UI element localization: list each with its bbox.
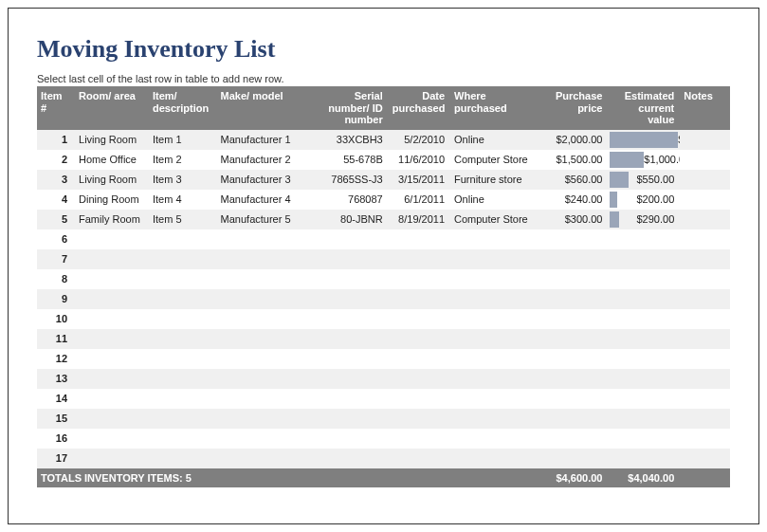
cell-desc[interactable]: Item 1 bbox=[149, 130, 217, 150]
cell-ecv[interactable] bbox=[608, 449, 680, 468]
cell-desc[interactable]: Item 2 bbox=[149, 150, 217, 170]
cell-price[interactable] bbox=[542, 449, 609, 468]
cell-item-no[interactable]: 16 bbox=[37, 429, 75, 449]
cell-desc[interactable] bbox=[149, 289, 217, 309]
cell-ecv[interactable] bbox=[608, 329, 680, 349]
cell-where[interactable] bbox=[450, 389, 542, 409]
cell-desc[interactable] bbox=[149, 229, 217, 249]
cell-make[interactable] bbox=[217, 229, 307, 249]
cell-make[interactable]: Manufacturer 3 bbox=[217, 170, 307, 190]
cell-date[interactable]: 6/1/2011 bbox=[389, 190, 450, 210]
cell-price[interactable]: $300.00 bbox=[542, 210, 609, 229]
cell-make[interactable]: Manufacturer 2 bbox=[217, 150, 307, 170]
cell-make[interactable] bbox=[217, 389, 307, 409]
cell-room[interactable]: Living Room bbox=[75, 170, 149, 190]
cell-desc[interactable] bbox=[149, 309, 217, 329]
cell-item-no[interactable]: 3 bbox=[37, 170, 75, 190]
cell-make[interactable] bbox=[217, 369, 307, 389]
cell-ecv[interactable] bbox=[608, 349, 680, 369]
table-row[interactable]: 16 bbox=[37, 429, 730, 449]
table-row[interactable]: 11 bbox=[37, 329, 730, 349]
cell-notes[interactable] bbox=[680, 329, 730, 349]
cell-make[interactable] bbox=[217, 409, 307, 429]
cell-ecv[interactable]: $1,000.00 bbox=[608, 150, 680, 170]
cell-price[interactable]: $1,500.00 bbox=[542, 150, 609, 170]
cell-serial[interactable] bbox=[306, 449, 388, 468]
cell-serial[interactable] bbox=[306, 349, 388, 369]
cell-date[interactable] bbox=[389, 329, 450, 349]
cell-notes[interactable] bbox=[680, 210, 730, 229]
cell-item-no[interactable]: 17 bbox=[37, 449, 75, 468]
cell-room[interactable]: Home Office bbox=[75, 150, 149, 170]
cell-where[interactable]: Computer Store bbox=[450, 210, 542, 229]
cell-item-no[interactable]: 7 bbox=[37, 249, 75, 269]
cell-ecv[interactable] bbox=[608, 389, 680, 409]
cell-room[interactable] bbox=[75, 349, 149, 369]
cell-serial[interactable]: 7865SS-J3 bbox=[306, 170, 388, 190]
cell-item-no[interactable]: 2 bbox=[37, 150, 75, 170]
cell-price[interactable] bbox=[542, 389, 609, 409]
table-row[interactable]: 5Family RoomItem 5Manufacturer 580-JBNR8… bbox=[37, 210, 730, 229]
cell-make[interactable] bbox=[217, 329, 307, 349]
cell-notes[interactable] bbox=[680, 190, 730, 210]
cell-date[interactable] bbox=[389, 349, 450, 369]
cell-make[interactable] bbox=[217, 429, 307, 449]
table-row[interactable]: 14 bbox=[37, 389, 730, 409]
cell-date[interactable] bbox=[389, 429, 450, 449]
cell-serial[interactable] bbox=[306, 269, 388, 289]
cell-where[interactable]: Online bbox=[450, 190, 542, 210]
cell-room[interactable] bbox=[75, 409, 149, 429]
cell-desc[interactable] bbox=[149, 269, 217, 289]
cell-notes[interactable] bbox=[680, 449, 730, 468]
cell-ecv[interactable]: $550.00 bbox=[608, 170, 680, 190]
cell-notes[interactable] bbox=[680, 269, 730, 289]
cell-make[interactable]: Manufacturer 5 bbox=[217, 210, 307, 229]
cell-price[interactable] bbox=[542, 289, 609, 309]
cell-ecv[interactable] bbox=[608, 269, 680, 289]
cell-serial[interactable]: 80-JBNR bbox=[306, 210, 388, 229]
cell-ecv[interactable]: $2,000.00 bbox=[608, 130, 680, 150]
cell-desc[interactable] bbox=[149, 409, 217, 429]
cell-ecv[interactable] bbox=[608, 309, 680, 329]
table-row[interactable]: 12 bbox=[37, 349, 730, 369]
cell-item-no[interactable]: 5 bbox=[37, 210, 75, 229]
cell-notes[interactable] bbox=[680, 130, 730, 150]
table-row[interactable]: 2Home OfficeItem 2Manufacturer 255-678B1… bbox=[37, 150, 730, 170]
table-row[interactable]: 10 bbox=[37, 309, 730, 329]
cell-serial[interactable] bbox=[306, 249, 388, 269]
cell-serial[interactable] bbox=[306, 229, 388, 249]
cell-notes[interactable] bbox=[680, 249, 730, 269]
cell-notes[interactable] bbox=[680, 170, 730, 190]
cell-room[interactable] bbox=[75, 429, 149, 449]
table-row[interactable]: 4Dining RoomItem 4Manufacturer 47680876/… bbox=[37, 190, 730, 210]
cell-price[interactable] bbox=[542, 269, 609, 289]
cell-date[interactable] bbox=[389, 369, 450, 389]
cell-date[interactable] bbox=[389, 249, 450, 269]
cell-date[interactable]: 5/2/2010 bbox=[389, 130, 450, 150]
cell-make[interactable] bbox=[217, 309, 307, 329]
cell-desc[interactable] bbox=[149, 349, 217, 369]
cell-item-no[interactable]: 1 bbox=[37, 130, 75, 150]
cell-notes[interactable] bbox=[680, 289, 730, 309]
cell-date[interactable] bbox=[389, 389, 450, 409]
cell-date[interactable]: 3/15/2011 bbox=[389, 170, 450, 190]
cell-desc[interactable] bbox=[149, 389, 217, 409]
cell-item-no[interactable]: 10 bbox=[37, 309, 75, 329]
cell-notes[interactable] bbox=[680, 369, 730, 389]
cell-price[interactable] bbox=[542, 329, 609, 349]
cell-item-no[interactable]: 8 bbox=[37, 269, 75, 289]
table-row[interactable]: 3Living RoomItem 3Manufacturer 37865SS-J… bbox=[37, 170, 730, 190]
cell-where[interactable] bbox=[450, 229, 542, 249]
cell-desc[interactable] bbox=[149, 369, 217, 389]
cell-where[interactable]: Computer Store bbox=[450, 150, 542, 170]
cell-where[interactable] bbox=[450, 269, 542, 289]
cell-price[interactable]: $2,000.00 bbox=[542, 130, 609, 150]
cell-notes[interactable] bbox=[680, 389, 730, 409]
cell-room[interactable] bbox=[75, 249, 149, 269]
cell-make[interactable] bbox=[217, 289, 307, 309]
cell-item-no[interactable]: 4 bbox=[37, 190, 75, 210]
cell-serial[interactable]: 768087 bbox=[306, 190, 388, 210]
cell-where[interactable] bbox=[450, 449, 542, 468]
cell-where[interactable]: Furniture store bbox=[450, 170, 542, 190]
cell-room[interactable] bbox=[75, 389, 149, 409]
